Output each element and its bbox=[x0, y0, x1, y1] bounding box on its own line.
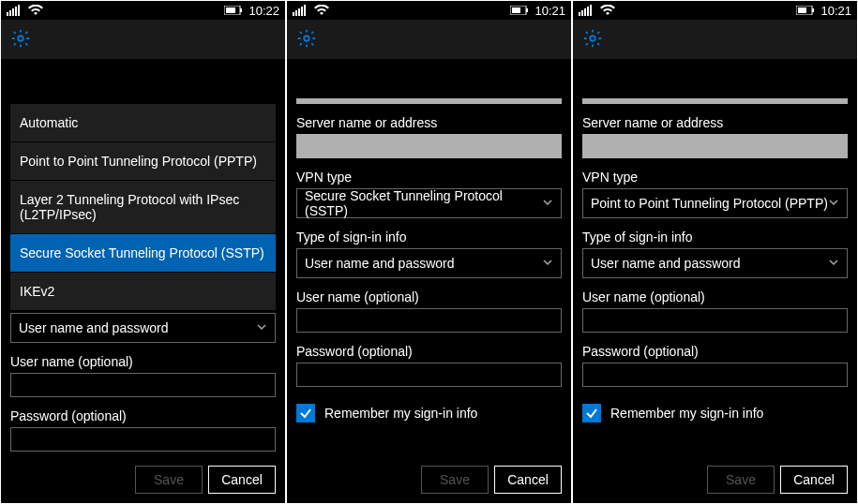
signin-type-value: User name and password bbox=[305, 256, 455, 271]
button-bar: Save Cancel bbox=[287, 458, 571, 503]
battery-icon bbox=[224, 6, 243, 15]
svg-rect-2 bbox=[226, 7, 235, 13]
content-area: Server name or address VPN type Point to… bbox=[573, 59, 857, 458]
app-bar bbox=[1, 20, 285, 59]
svg-rect-6 bbox=[512, 7, 520, 13]
clock: 10:22 bbox=[248, 4, 279, 18]
remember-checkbox[interactable] bbox=[582, 404, 601, 422]
username-input[interactable] bbox=[10, 373, 276, 397]
content-area: Automatic Point to Point Tunneling Proto… bbox=[1, 59, 285, 458]
save-button[interactable]: Save bbox=[707, 466, 775, 494]
svg-point-3 bbox=[18, 36, 23, 41]
vpn-type-select[interactable]: Secure Socket Tunneling Protocol (SSTP) bbox=[296, 188, 562, 218]
svg-rect-1 bbox=[240, 8, 242, 12]
chevron-down-icon bbox=[542, 256, 553, 271]
server-input[interactable] bbox=[582, 134, 848, 158]
clock: 10:21 bbox=[534, 4, 565, 18]
signal-icon bbox=[579, 5, 593, 16]
vpn-type-label: VPN type bbox=[296, 170, 562, 185]
vpn-type-option-automatic[interactable]: Automatic bbox=[10, 104, 276, 142]
signin-type-select[interactable]: User name and password bbox=[10, 313, 276, 343]
connection-name-input-partial[interactable] bbox=[582, 98, 848, 104]
signin-type-value: User name and password bbox=[591, 256, 741, 271]
remember-label: Remember my sign-in info bbox=[610, 406, 763, 421]
remember-label: Remember my sign-in info bbox=[324, 406, 477, 421]
signin-type-label: Type of sign-in info bbox=[582, 230, 848, 245]
svg-point-7 bbox=[304, 36, 309, 41]
vpn-type-value: Secure Socket Tunneling Protocol (SSTP) bbox=[305, 188, 542, 218]
status-bar: 10:22 bbox=[1, 1, 285, 20]
vpn-type-option-ikev2[interactable]: IKEv2 bbox=[10, 273, 276, 311]
wifi-icon bbox=[28, 5, 43, 16]
signin-type-select[interactable]: User name and password bbox=[582, 248, 848, 278]
button-bar: Save Cancel bbox=[573, 458, 857, 503]
password-input[interactable] bbox=[10, 427, 276, 452]
vpn-type-option-pptp[interactable]: Point to Point Tunneling Protocol (PPTP) bbox=[10, 142, 276, 181]
cancel-button[interactable]: Cancel bbox=[780, 466, 848, 494]
svg-rect-10 bbox=[798, 7, 806, 13]
wifi-icon bbox=[600, 5, 615, 16]
username-label: User name (optional) bbox=[582, 289, 848, 304]
password-input[interactable] bbox=[296, 363, 562, 387]
clock: 10:21 bbox=[820, 4, 851, 18]
username-input[interactable] bbox=[296, 308, 562, 333]
server-input[interactable] bbox=[296, 134, 562, 158]
password-label: Password (optional) bbox=[296, 344, 562, 359]
save-button[interactable]: Save bbox=[135, 466, 203, 494]
vpn-type-option-l2tp[interactable]: Layer 2 Tunneling Protocol with IPsec (L… bbox=[10, 181, 276, 234]
svg-rect-5 bbox=[526, 8, 528, 12]
password-label: Password (optional) bbox=[10, 408, 276, 423]
server-label: Server name or address bbox=[582, 115, 848, 130]
wifi-icon bbox=[314, 5, 329, 16]
chevron-down-icon bbox=[828, 196, 839, 211]
signal-icon bbox=[293, 5, 307, 16]
signin-type-label: Type of sign-in info bbox=[296, 230, 562, 245]
save-button[interactable]: Save bbox=[421, 466, 489, 494]
gear-icon bbox=[582, 28, 603, 52]
vpn-type-dropdown-list: Automatic Point to Point Tunneling Proto… bbox=[10, 104, 276, 311]
phone-screen-2: 10:21 Server name or address VPN type Se… bbox=[287, 1, 571, 503]
chevron-down-icon bbox=[256, 320, 267, 335]
vpn-type-option-sstp[interactable]: Secure Socket Tunneling Protocol (SSTP) bbox=[10, 234, 276, 273]
signin-type-value: User name and password bbox=[19, 320, 169, 335]
cancel-button[interactable]: Cancel bbox=[208, 466, 276, 494]
svg-rect-9 bbox=[812, 8, 814, 12]
svg-point-11 bbox=[590, 36, 595, 41]
signal-icon bbox=[7, 5, 21, 16]
vpn-type-select[interactable]: Point to Point Tunneling Protocol (PPTP) bbox=[582, 188, 848, 218]
vpn-type-value: Point to Point Tunneling Protocol (PPTP) bbox=[591, 196, 828, 211]
phone-screen-3: 10:21 Server name or address VPN type Po… bbox=[573, 1, 857, 503]
password-label: Password (optional) bbox=[582, 344, 848, 359]
username-label: User name (optional) bbox=[10, 354, 276, 369]
phone-screen-1: 10:22 Automatic Point to Point Tunneling… bbox=[1, 1, 285, 503]
status-bar: 10:21 bbox=[287, 1, 571, 20]
button-bar: Save Cancel bbox=[1, 458, 285, 503]
connection-name-input-partial[interactable] bbox=[296, 98, 562, 104]
gear-icon bbox=[10, 28, 31, 52]
server-label: Server name or address bbox=[296, 115, 562, 130]
status-bar: 10:21 bbox=[573, 1, 857, 20]
battery-icon bbox=[796, 6, 815, 15]
remember-checkbox[interactable] bbox=[296, 404, 315, 422]
username-input[interactable] bbox=[582, 308, 848, 333]
username-label: User name (optional) bbox=[296, 289, 562, 304]
app-bar bbox=[573, 20, 857, 59]
chevron-down-icon bbox=[828, 256, 839, 271]
content-area: Server name or address VPN type Secure S… bbox=[287, 59, 571, 458]
signin-type-select[interactable]: User name and password bbox=[296, 248, 562, 278]
chevron-down-icon bbox=[542, 196, 553, 211]
battery-icon bbox=[510, 6, 529, 15]
cancel-button[interactable]: Cancel bbox=[494, 466, 562, 494]
app-bar bbox=[287, 20, 571, 59]
vpn-type-label: VPN type bbox=[582, 170, 848, 185]
gear-icon bbox=[296, 28, 317, 52]
password-input[interactable] bbox=[582, 363, 848, 387]
